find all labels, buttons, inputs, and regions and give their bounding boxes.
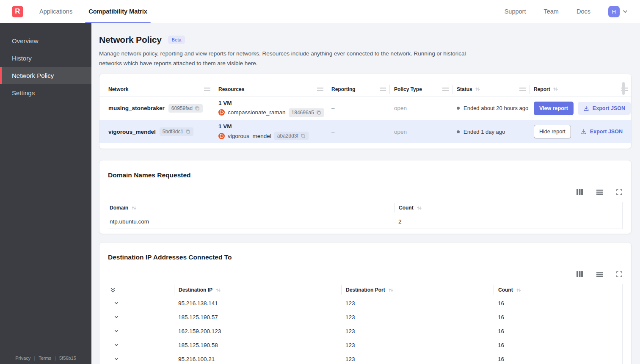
ubuntu-icon [218,133,225,139]
column-label: Policy Type [394,86,422,92]
page-title: Network Policy [99,35,162,45]
export-json-label: Export JSON [590,129,623,135]
column-header-domain[interactable]: Domain [108,203,394,212]
sort-icon[interactable] [417,205,422,211]
column-header-report[interactable]: Report [530,85,631,94]
policy-type-value: open [390,129,452,135]
destination-ip-value: 185.125.190.57 [174,314,341,320]
fullscreen-icon[interactable] [616,271,623,278]
sidebar-item-overview[interactable]: Overview [0,32,91,50]
footer-divider: | [34,356,35,361]
count-value: 2 [394,218,622,225]
top-navigation-bar: R Applications Compatibility Matrix Supp… [0,0,640,23]
sort-icon[interactable] [388,287,394,293]
fullscreen-icon[interactable] [616,189,623,196]
column-header-destination-port[interactable]: Destination Port [341,285,494,295]
app-logo[interactable]: R [12,6,23,17]
network-name: musing_stonebraker [108,105,165,111]
sort-icon[interactable] [553,86,558,92]
copy-icon[interactable] [301,133,306,138]
column-resize-handle[interactable] [317,88,323,91]
domain-row[interactable]: ntp.ubuntu.com 2 [108,214,622,229]
row-expand-chevron-icon[interactable] [108,314,174,320]
column-header-count[interactable]: Count [494,285,622,295]
destination-row[interactable]: 95.216.138.141 123 16 [108,296,622,310]
destination-row[interactable]: 185.125.190.57 123 16 [108,310,622,324]
sort-icon[interactable] [516,287,521,293]
nav-link-docs[interactable]: Docs [577,8,590,15]
domains-table: Domain Count ntp.ubuntu.com 2 [108,202,623,229]
vm-id-badge: 184696a5 [289,108,324,117]
page-description: Manage network policy, reporting and vie… [99,49,472,68]
column-header-resources[interactable]: Resources [214,85,327,94]
row-expand-chevron-icon[interactable] [108,328,174,334]
column-label: Count [399,205,414,211]
sidebar-item-settings[interactable]: Settings [0,84,91,102]
network-id: 60959fad [171,105,193,111]
column-resize-handle[interactable] [519,88,526,91]
terms-link[interactable]: Terms [39,356,51,361]
nav-link-support[interactable]: Support [505,8,526,15]
destination-row[interactable]: 95.216.100.21 123 16 [108,352,622,364]
beta-badge: Beta [168,36,185,44]
nav-tab-compatibility-matrix[interactable]: Compatibility Matrix [88,0,147,23]
networks-table-card: Network Resources Reporting Policy Type … [99,74,632,149]
status-text: Ended about 20 hours ago [463,105,528,111]
privacy-link[interactable]: Privacy [15,356,30,361]
expand-all-rows-icon[interactable] [108,285,174,295]
sort-icon[interactable] [131,205,137,211]
column-label: Network [108,86,128,92]
main-content: Network Policy Beta Manage network polic… [91,23,640,364]
column-header-network[interactable]: Network [99,85,214,94]
user-menu-chevron-down-icon[interactable] [622,8,628,14]
status-dot [457,107,460,110]
nav-link-team[interactable]: Team [543,8,558,15]
sidebar: Overview History Network Policy Settings… [0,23,91,364]
network-row-musing-stonebraker[interactable]: musing_stonebraker 60959fad 1 VM compass… [99,97,631,120]
row-density-icon[interactable] [596,271,603,278]
sort-icon[interactable] [475,86,480,92]
user-avatar[interactable]: H [608,6,620,17]
export-json-button[interactable]: Export JSON [575,125,628,138]
column-header-count[interactable]: Count [394,203,622,212]
reporting-value: – [327,129,390,135]
sidebar-item-network-policy[interactable]: Network Policy [0,67,91,84]
column-header-destination-ip[interactable]: Destination IP [174,285,341,295]
column-resize-handle[interactable] [204,88,210,91]
row-expand-chevron-icon[interactable] [108,342,174,348]
sidebar-item-history[interactable]: History [0,50,91,67]
destination-row[interactable]: 185.125.190.58 123 16 [108,338,622,352]
vm-count: 1 VM [218,100,327,106]
nav-tab-applications[interactable]: Applications [39,0,72,23]
row-density-icon[interactable] [596,189,603,196]
network-id: 5bdf3dc1 [163,129,183,135]
copy-icon[interactable] [185,129,190,134]
nav-tab-label: Applications [39,8,72,15]
columns-icon[interactable] [576,189,583,196]
column-header-policy-type[interactable]: Policy Type [390,85,452,94]
destination-port-value: 123 [341,356,494,362]
sidebar-item-label: Settings [12,89,35,97]
column-header-reporting[interactable]: Reporting [327,85,390,94]
destination-row[interactable]: 162.159.200.123 123 16 [108,324,622,338]
column-resize-handle[interactable] [380,88,386,91]
copy-icon[interactable] [316,110,321,115]
network-row-vigorous-mendel[interactable]: vigorous_mendel 5bdf3dc1 1 VM vigorous_m… [99,120,631,143]
policy-type-value: open [390,105,452,111]
row-expand-chevron-icon[interactable] [108,300,174,306]
column-label: Report [534,86,550,92]
hide-report-button[interactable]: Hide report [534,125,571,138]
row-expand-chevron-icon[interactable] [108,356,174,362]
sort-icon[interactable] [215,287,221,293]
column-header-status[interactable]: Status [452,85,530,94]
count-value: 16 [494,328,622,334]
copy-icon[interactable] [195,106,200,111]
table-scrollbar[interactable] [622,82,625,95]
count-value: 16 [494,314,622,320]
view-report-button[interactable]: View report [534,102,574,115]
export-json-button[interactable]: Export JSON [578,102,631,115]
column-resize-handle[interactable] [442,88,449,91]
card-title: Destination IP Addresses Connected To [108,254,623,261]
download-icon [583,105,589,111]
columns-icon[interactable] [576,271,583,278]
